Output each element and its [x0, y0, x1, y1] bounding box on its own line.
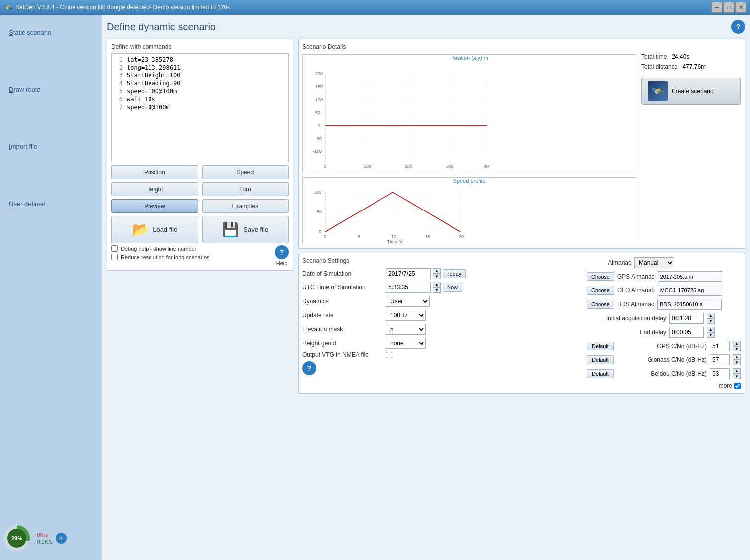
date-spinner[interactable]: ▲ ▼ — [433, 268, 441, 279]
dynamics-value-group: User Pedestrian Vehicle — [386, 296, 430, 307]
minimize-button[interactable]: ─ — [711, 2, 722, 13]
glo-cno-row: Default Glonass C/No (dB-Hz) ▲ ▼ — [587, 354, 741, 365]
sidebar-item-user-defined[interactable]: User defined — [0, 191, 102, 216]
total-time-row: Total time 24.40s — [641, 53, 741, 60]
gps-cno-down[interactable]: ▼ — [733, 346, 741, 351]
utc-spinner[interactable]: ▲ ▼ — [433, 282, 441, 293]
btn-row3: Preview Examples — [111, 199, 289, 213]
utc-input[interactable] — [386, 282, 431, 293]
utc-up[interactable]: ▲ — [433, 282, 441, 287]
add-connection-button[interactable]: + — [56, 533, 67, 544]
dialog-help-button[interactable]: ? — [731, 20, 745, 34]
today-button[interactable]: Today — [443, 269, 466, 278]
svg-text:0: 0 — [324, 234, 326, 239]
bds-cno-up[interactable]: ▲ — [733, 368, 741, 374]
date-input[interactable] — [386, 268, 431, 279]
bds-cno-input[interactable] — [710, 368, 730, 379]
default-bds-button[interactable]: Default — [587, 369, 614, 378]
maximize-button[interactable]: □ — [723, 2, 734, 13]
ed-down[interactable]: ▼ — [707, 332, 715, 338]
glo-almanac-label: GLO Almanac — [617, 287, 655, 294]
position-button[interactable]: Position — [111, 165, 198, 179]
bds-almanac-input[interactable] — [657, 299, 722, 310]
output-vtg-value-group — [386, 352, 392, 358]
bds-cno-down[interactable]: ▼ — [733, 374, 741, 379]
help-button[interactable]: ? — [275, 245, 289, 259]
content-area: Define dynamic scenario ? Define with co… — [102, 15, 750, 560]
reduce-checkbox[interactable] — [111, 254, 118, 260]
examples-button[interactable]: Examples — [202, 199, 289, 213]
height-button[interactable]: Height — [111, 182, 198, 196]
scenario-settings: Scenario Settings Date of Simulation ▲ ▼… — [298, 253, 745, 394]
gauge-percent: 29% — [7, 529, 26, 548]
glo-almanac-row: Choose GLO Almanac — [587, 285, 741, 296]
settings-title: Scenario Settings — [302, 257, 582, 264]
sidebar-item-draw-route[interactable]: Draw route — [0, 77, 102, 102]
default-glo-button[interactable]: Default — [587, 355, 614, 364]
create-scenario-button[interactable]: 🛰️ Create scenario — [641, 78, 741, 105]
load-file-label: Load file — [153, 226, 177, 233]
preview-button[interactable]: Preview — [111, 199, 198, 213]
titlebar-buttons[interactable]: ─ □ ✕ — [711, 2, 746, 13]
update-rate-select[interactable]: 100Hz 10Hz 1Hz — [386, 310, 426, 321]
height-geoid-select[interactable]: none EGM96 — [386, 338, 426, 349]
load-file-button[interactable]: 📂 Load file — [111, 216, 198, 243]
reduce-checkbox-row: Reduce resolution for long scenarios — [111, 254, 270, 260]
svg-text:-50: -50 — [315, 136, 322, 141]
dynamics-select[interactable]: User Pedestrian Vehicle — [386, 296, 430, 307]
utc-down[interactable]: ▼ — [433, 287, 441, 293]
glo-cno-up[interactable]: ▲ — [733, 354, 741, 360]
iad-up[interactable]: ▲ — [707, 313, 715, 318]
choose-gps-button[interactable]: Choose — [587, 272, 614, 281]
load-icon: 📂 — [132, 221, 149, 238]
initial-acq-delay-input[interactable] — [669, 313, 704, 324]
glo-cno-spinner[interactable]: ▲ ▼ — [733, 354, 741, 365]
date-down[interactable]: ▼ — [433, 274, 441, 279]
default-gps-button[interactable]: Default — [587, 342, 614, 350]
end-delay-input[interactable] — [669, 327, 704, 338]
close-button[interactable]: ✕ — [735, 2, 746, 13]
save-file-button[interactable]: 💾 Save file — [202, 216, 289, 243]
update-rate-label: Update rate — [302, 312, 382, 319]
now-button[interactable]: Now — [443, 283, 462, 292]
elevation-mask-label: Elevation mask — [302, 326, 382, 333]
command-editor[interactable]: 1 lat=23.385278 2 long=113.298611 3 Star… — [111, 53, 289, 162]
cmd-line-1: 1 lat=23.385278 — [114, 56, 286, 64]
speed-button[interactable]: Speed — [202, 165, 289, 179]
update-rate-row: Update rate 100Hz 10Hz 1Hz — [302, 310, 582, 321]
cmd-line-3: 3 StartHeight=100 — [114, 71, 286, 79]
elevation-mask-select[interactable]: 5 10 15 — [386, 324, 426, 335]
iad-down[interactable]: ▼ — [707, 318, 715, 324]
settings-help-button[interactable]: ? — [302, 361, 316, 375]
bds-cno-spinner[interactable]: ▲ ▼ — [733, 368, 741, 379]
gps-cno-spinner[interactable]: ▲ ▼ — [733, 341, 741, 351]
ed-up[interactable]: ▲ — [707, 327, 715, 332]
sidebar-item-static-scenario[interactable]: Static scenario — [0, 20, 102, 45]
reduce-label: Reduce resolution for long scenarios — [121, 254, 210, 260]
choose-glo-button[interactable]: Choose — [587, 286, 614, 295]
date-up[interactable]: ▲ — [433, 268, 441, 274]
scenario-details: Scenario Details Position (x,y) m 200 15… — [298, 39, 745, 249]
almanac-select[interactable]: Manual Auto — [634, 257, 674, 268]
gps-cno-up[interactable]: ▲ — [733, 341, 741, 346]
sidebar-item-import-file[interactable]: Import file — [0, 134, 102, 159]
turn-button[interactable]: Turn — [202, 182, 289, 196]
network-speeds: ↑ 0K/s ↓ 0.2K/s — [33, 532, 53, 545]
glo-cno-input[interactable] — [710, 354, 730, 365]
end-delay-spinner[interactable]: ▲ ▼ — [707, 327, 715, 338]
glo-almanac-input[interactable] — [658, 285, 722, 296]
height-geoid-value-group: none EGM96 — [386, 338, 426, 349]
svg-text:200: 200 — [405, 164, 412, 168]
btn-row2: Height Turn — [111, 182, 289, 196]
initial-acq-delay-spinner[interactable]: ▲ ▼ — [707, 313, 715, 324]
more-checkbox[interactable] — [734, 383, 741, 389]
date-label: Date of Simulation — [302, 270, 382, 277]
svg-text:200: 200 — [315, 71, 323, 76]
gps-almanac-input[interactable] — [658, 271, 722, 282]
gps-cno-input[interactable] — [710, 341, 730, 351]
output-vtg-checkbox[interactable] — [386, 352, 392, 358]
choose-bds-button[interactable]: Choose — [587, 300, 614, 309]
glo-cno-down[interactable]: ▼ — [733, 360, 741, 365]
date-of-simulation-row: Date of Simulation ▲ ▼ Today — [302, 268, 582, 279]
debug-checkbox[interactable] — [111, 245, 118, 252]
